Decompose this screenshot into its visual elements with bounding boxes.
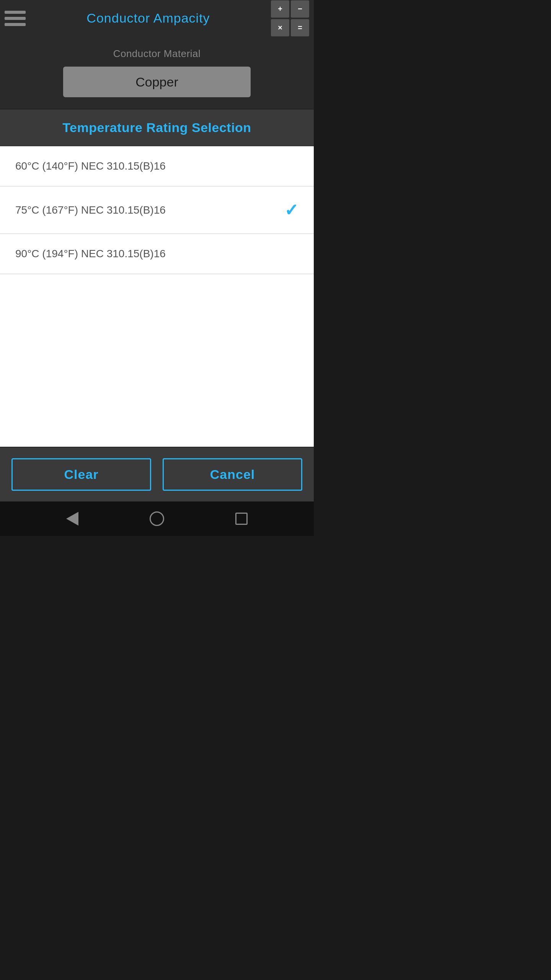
home-icon[interactable]: [150, 511, 164, 526]
temp-item-75[interactable]: 75°C (167°F) NEC 310.15(B)16 ✓: [0, 186, 314, 234]
calc-plus-button[interactable]: +: [271, 0, 289, 18]
header: Conductor Ampacity + − × =: [0, 0, 314, 36]
cancel-button[interactable]: Cancel: [163, 458, 302, 491]
calc-multiply-button[interactable]: ×: [271, 19, 289, 36]
temp-item-90[interactable]: 90°C (194°F) NEC 310.15(B)16: [0, 234, 314, 274]
clear-button[interactable]: Clear: [11, 458, 151, 491]
calc-equals-button[interactable]: =: [291, 19, 309, 36]
empty-space: [0, 274, 314, 447]
temp-item-60[interactable]: 60°C (140°F) NEC 310.15(B)16: [0, 146, 314, 186]
app-title: Conductor Ampacity: [86, 11, 210, 26]
temperature-list: 60°C (140°F) NEC 310.15(B)16 75°C (167°F…: [0, 146, 314, 447]
calc-buttons: + − × =: [271, 0, 309, 36]
temp-item-60-label: 60°C (140°F) NEC 310.15(B)16: [15, 160, 166, 172]
selected-checkmark: ✓: [284, 200, 298, 220]
menu-icon[interactable]: [5, 11, 26, 26]
system-nav-bar: [0, 501, 314, 536]
conductor-value-box[interactable]: Copper: [63, 67, 251, 97]
recent-apps-icon[interactable]: [235, 513, 248, 525]
conductor-value-text: Copper: [135, 75, 178, 90]
calc-minus-button[interactable]: −: [291, 0, 309, 18]
back-icon[interactable]: [66, 512, 78, 526]
bottom-bar: Clear Cancel: [0, 447, 314, 501]
temperature-section-header: Temperature Rating Selection: [0, 109, 314, 146]
conductor-label: Conductor Material: [113, 48, 201, 60]
temperature-section-title: Temperature Rating Selection: [62, 120, 251, 135]
temp-item-90-label: 90°C (194°F) NEC 310.15(B)16: [15, 248, 166, 260]
conductor-section: Conductor Material Copper: [0, 36, 314, 109]
temp-item-75-label: 75°C (167°F) NEC 310.15(B)16: [15, 204, 166, 216]
